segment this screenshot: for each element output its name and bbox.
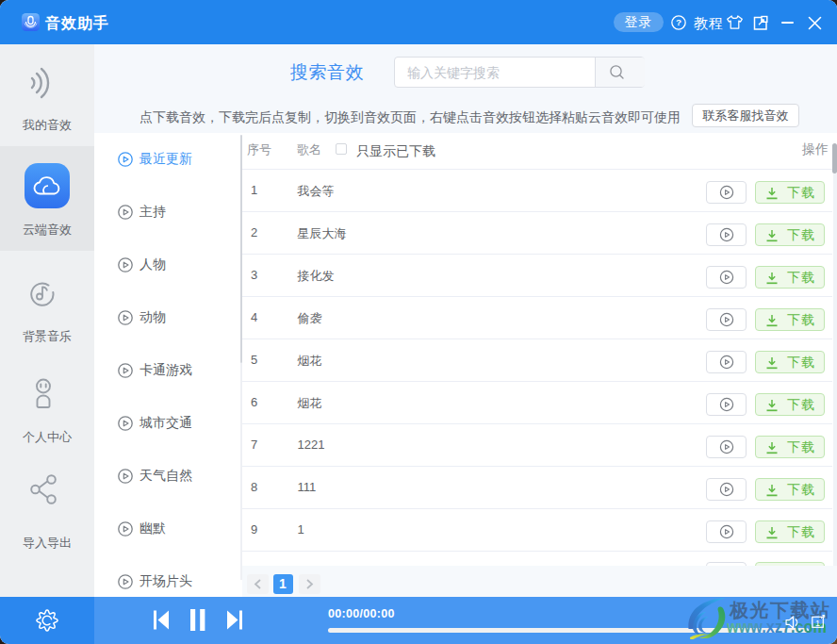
svg-text:?: ?: [676, 17, 681, 27]
svg-text:1: 1: [815, 618, 820, 627]
